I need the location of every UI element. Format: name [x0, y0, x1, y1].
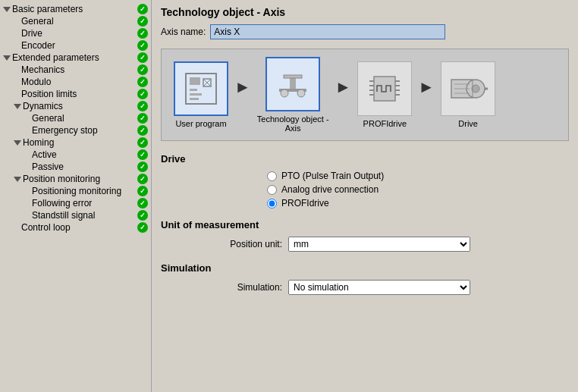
check-icon — [137, 222, 148, 233]
arrow-3: ► — [418, 77, 435, 97]
svg-point-12 — [297, 89, 305, 97]
sidebar-item-passive[interactable]: Passive — [0, 161, 151, 173]
check-icon — [137, 101, 148, 111]
sidebar-item-label: Positioning monitoring — [32, 186, 137, 196]
sidebar-item-basic-params[interactable]: Basic parameters — [0, 3, 151, 15]
sidebar-item-drive[interactable]: Drive — [0, 27, 151, 39]
drive-svg — [448, 69, 488, 108]
sidebar-item-label: Following error — [32, 198, 137, 209]
check-icon — [137, 77, 148, 87]
profidrive-icon-area — [357, 61, 412, 116]
svg-rect-2 — [190, 89, 197, 91]
user-program-svg — [182, 70, 220, 108]
sidebar-item-label: Control loop — [21, 222, 137, 233]
diagram-profidrive: PROFIdrive — [357, 61, 412, 128]
sidebar-item-label: Basic parameters — [12, 4, 137, 14]
profidrive-row: PROFIdrive — [267, 198, 569, 209]
check-icon — [137, 125, 148, 136]
axis-name-input[interactable] — [210, 24, 445, 39]
sidebar-item-dynamics-general[interactable]: General — [0, 112, 151, 124]
sidebar-item-emergency-stop[interactable]: Emergency stop — [0, 124, 151, 136]
check-icon — [137, 162, 148, 172]
svg-rect-1 — [190, 77, 200, 85]
sidebar-item-label: Dynamics — [23, 101, 137, 111]
user-program-icon-area — [174, 61, 228, 116]
unit-section: Unit of measurement Position unit: mmcmm… — [161, 219, 569, 252]
sidebar-item-active[interactable]: Active — [0, 149, 151, 161]
arrow-1: ► — [234, 77, 251, 97]
collapse-icon — [14, 177, 21, 182]
tech-object-svg — [273, 64, 313, 104]
sidebar-item-label: Extended parameters — [12, 52, 137, 63]
sidebar-item-label: Emergency stop — [32, 125, 137, 136]
drive-radio-group: PTO (Pulse Train Output) Analog drive co… — [161, 171, 569, 209]
profidrive-radio[interactable] — [267, 199, 277, 209]
sidebar-item-general[interactable]: General — [0, 15, 151, 27]
sidebar-item-position-monitoring[interactable]: Position monitoring — [0, 173, 151, 185]
sidebar-item-label: Drive — [21, 28, 137, 39]
diagram-tech-object: Technology object -Axis — [257, 57, 329, 133]
sidebar-item-label: Mechanics — [21, 64, 137, 75]
drive-icon-area — [441, 61, 495, 116]
pto-row: PTO (Pulse Train Output) — [267, 171, 569, 181]
position-unit-label: Position unit: — [206, 239, 282, 249]
simulation-row: Simulation: No simulationSimulation acti… — [161, 280, 569, 295]
sidebar-item-label: General — [21, 16, 137, 27]
check-icon — [137, 198, 148, 209]
drive-section: Drive PTO (Pulse Train Output) Analog dr… — [161, 153, 569, 209]
check-icon — [137, 28, 148, 39]
profidrive-label: PROFIdrive — [281, 198, 329, 209]
sidebar-item-label: General — [32, 113, 137, 124]
svg-rect-10 — [284, 75, 302, 78]
position-unit-select[interactable]: mmcmminchdegrad — [288, 237, 470, 252]
sidebar: Basic parametersGeneralDriveEncoderExten… — [0, 0, 152, 392]
sidebar-item-label: Position monitoring — [23, 174, 137, 184]
sidebar-item-label: Modulo — [21, 77, 137, 87]
sidebar-item-dynamics[interactable]: Dynamics — [0, 100, 151, 112]
pto-label: PTO (Pulse Train Output) — [281, 171, 384, 181]
sidebar-item-following-error[interactable]: Following error — [0, 197, 151, 209]
check-icon — [137, 89, 148, 99]
check-icon — [137, 174, 148, 184]
sidebar-item-label: Homing — [23, 137, 137, 148]
svg-point-11 — [281, 89, 288, 97]
sidebar-item-mechanics[interactable]: Mechanics — [0, 64, 151, 76]
sidebar-item-label: Standstill signal — [32, 210, 137, 221]
axis-name-label: Axis name: — [161, 27, 206, 37]
diagram-drive: Drive — [441, 61, 495, 128]
profidrive-svg — [365, 69, 404, 108]
collapse-icon — [14, 140, 21, 146]
check-icon — [137, 64, 148, 75]
unit-section-title: Unit of measurement — [161, 219, 569, 230]
pto-radio[interactable] — [267, 171, 277, 181]
svg-rect-3 — [190, 93, 202, 96]
drive-label: Drive — [458, 119, 478, 128]
sidebar-item-extended-params[interactable]: Extended parameters — [0, 52, 151, 64]
drive-section-title: Drive — [161, 153, 569, 165]
sidebar-item-position-limits[interactable]: Position limits — [0, 88, 151, 100]
simulation-title: Simulation — [161, 262, 569, 274]
check-icon — [137, 16, 148, 27]
analog-radio[interactable] — [267, 185, 277, 195]
sidebar-item-control-loop[interactable]: Control loop — [0, 221, 151, 234]
analog-row: Analog drive connection — [267, 184, 569, 195]
sidebar-item-modulo[interactable]: Modulo — [0, 76, 151, 88]
sidebar-item-homing[interactable]: Homing — [0, 136, 151, 149]
position-unit-row: Position unit: mmcmminchdegrad — [161, 237, 569, 252]
page-title: Technology object - Axis — [161, 6, 569, 18]
sidebar-item-standstill-signal[interactable]: Standstill signal — [0, 209, 151, 221]
check-icon — [137, 4, 148, 14]
sidebar-item-positioning-monitoring[interactable]: Positioning monitoring — [0, 185, 151, 197]
sidebar-item-encoder[interactable]: Encoder — [0, 39, 151, 52]
profidrive-label: PROFIdrive — [363, 119, 407, 128]
axis-name-row: Axis name: — [161, 24, 569, 39]
check-icon — [137, 137, 148, 148]
sidebar-item-label: Position limits — [21, 89, 137, 99]
sidebar-item-label: Encoder — [21, 40, 137, 51]
diagram-user-program: User program — [174, 61, 228, 128]
sidebar-item-label: Active — [32, 149, 137, 160]
tech-object-label: Technology object -Axis — [257, 114, 329, 133]
check-icon — [137, 186, 148, 196]
tech-object-icon-area — [265, 57, 320, 111]
simulation-select[interactable]: No simulationSimulation active — [288, 280, 470, 295]
